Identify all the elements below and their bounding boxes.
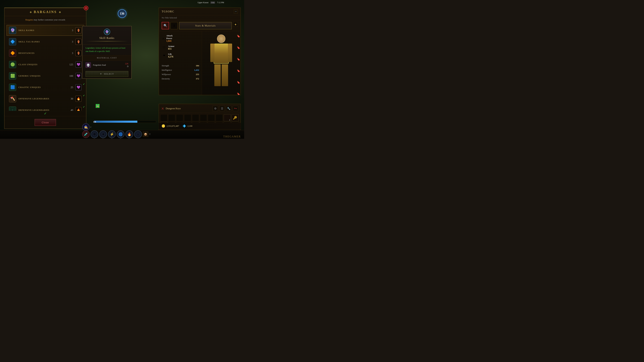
skill-tag-icon: 🔷 xyxy=(9,38,16,45)
material-icon: 💀 xyxy=(86,62,91,68)
life-label: Life xyxy=(168,53,174,55)
left-potion[interactable]: 🧪 xyxy=(82,131,90,138)
class-uniques-name: CLASS UNIQUES xyxy=(18,63,68,66)
stats-section: ⚔ Attack Power 1,841 🛡 Armor 855 xyxy=(159,31,164,61)
skill-3-key: E xyxy=(111,138,112,139)
inv-cell-1-5[interactable] xyxy=(192,114,199,121)
char-stats-left: ⚔ Attack Power 1,841 🛡 Armor 855 xyxy=(159,31,202,95)
material-cost-header: MATERIAL COST xyxy=(82,55,131,61)
bargains-header: ◆ BARGAINS ◆ ✕ xyxy=(4,8,86,16)
skill-tag-reward: 🏺 xyxy=(76,39,82,45)
chaotic-uniques-count: 25 xyxy=(68,86,73,89)
inv-cell-1-10[interactable]: 🔑 xyxy=(232,114,239,121)
inv-cell-1-6[interactable] xyxy=(200,114,207,121)
character-silhouette xyxy=(210,34,232,91)
location-tag: TAB xyxy=(210,1,215,4)
skill-4-icon: 🌀 xyxy=(118,132,123,136)
life-info: ❤ Life 4,276 xyxy=(162,53,174,58)
skill-6[interactable]: ⚔ xyxy=(134,130,142,138)
bargain-item-chaotic-uniques[interactable]: 🟦 CHAOTIC UNIQUES 25 💜 ✓ xyxy=(6,82,84,93)
inv-cell-1-7[interactable] xyxy=(208,114,215,121)
armor-info: 🛡 Armor 855 xyxy=(162,45,174,50)
skill-4-key: R xyxy=(120,138,121,139)
skill-3[interactable]: ⚡ E xyxy=(108,130,116,138)
char-title: No Title Selected xyxy=(159,15,240,20)
resistances-reward: 🏺 xyxy=(76,50,82,56)
bookmark-2: 🔖 xyxy=(237,46,240,49)
resistances-name: RESISTANCES xyxy=(18,52,68,54)
panel-close-button[interactable]: ✕ xyxy=(84,6,88,10)
inv-sort-btn[interactable]: ⚙ xyxy=(213,106,218,111)
bargain-item-resistances[interactable]: 🔶 RESISTANCES 3 🏺 ✓ xyxy=(6,48,84,58)
skill-tooltip-title: Skill Ranks xyxy=(86,36,128,40)
inv-cell-1-1[interactable] xyxy=(160,114,167,121)
offensive-leg-icon: 🪓 xyxy=(9,95,16,102)
resistances-count: 3 xyxy=(68,52,73,55)
dungeon-keys-icon: ⚔ xyxy=(161,107,164,110)
currency-bar: 🪙 2,553,072,487 💠 2,100 xyxy=(159,123,241,129)
header-diamond-right: ◆ xyxy=(59,10,61,13)
inv-gear-btn[interactable]: 🔧 xyxy=(226,106,232,111)
material-current: 226 xyxy=(125,62,128,65)
bookmark-3: 🔖 xyxy=(237,58,240,61)
gold-icon: 🪙 xyxy=(162,124,165,128)
strength-value: 184 xyxy=(196,64,199,67)
stats-materials-button[interactable]: Stats & Materials xyxy=(179,22,232,29)
close-button[interactable]: Close xyxy=(34,119,56,126)
skills-container: 🧪 ❄ Q ✦ W ⚡ E 🌀 3 R 🔥 M4 ⚔ xyxy=(82,130,150,138)
class-uniques-reward: 💜 xyxy=(76,61,82,67)
inv-cell-1-4[interactable] xyxy=(184,114,191,121)
skill-5-icon: 🔥 xyxy=(127,132,132,136)
offensive-leg-name: OFFENSIVE LEGENDARIES xyxy=(18,97,68,100)
skill-4[interactable]: 🌀 3 R xyxy=(117,130,124,138)
skill-5[interactable]: 🔥 M4 xyxy=(126,130,133,138)
bargain-item-defensive-legendaries[interactable]: 🛡 DEFENSIVE LEGENDARIES 40 🔥 ✓ xyxy=(6,105,84,111)
char-minimize-btn[interactable]: ─ xyxy=(234,9,238,13)
char-search-btn[interactable]: 🔍 xyxy=(162,22,169,29)
bargain-item-skill-ranks[interactable]: 🔮 SKILL RANKS 3 🏺 ✓ xyxy=(6,25,84,36)
header-diamond-left: ◆ xyxy=(30,10,32,13)
top-hud: Upper Kurast TAB 7:12 PM xyxy=(198,1,224,4)
inv-cell-1-3[interactable] xyxy=(176,114,183,121)
inv-filter-btn[interactable]: ☰ xyxy=(219,106,225,111)
bargain-item-skill-tag-ranks[interactable]: 🔷 SKILL TAG RANKS 3 🏺 ✓ xyxy=(6,36,84,47)
bargain-item-offensive-legendaries[interactable]: 🪓 OFFENSIVE LEGENDARIES 30 🔥 ✓ xyxy=(6,93,84,104)
bottom-hud: 🧪 ❄ Q ✦ W ⚡ E 🌀 3 R 🔥 M4 ⚔ xyxy=(0,130,244,139)
dexterity-row: Dexterity 372 xyxy=(162,77,199,81)
inv-cell-1-2[interactable] xyxy=(168,114,175,121)
right-item-slot[interactable]: 📦 xyxy=(143,132,148,137)
intelligence-label: Intelligence xyxy=(162,69,172,71)
inv-cell-1-8[interactable] xyxy=(216,114,223,121)
bargains-footer: Close xyxy=(4,116,86,129)
skill-2-key: W xyxy=(102,138,104,139)
bargain-item-class-uniques[interactable]: 🟢 CLASS UNIQUES 125 💜 ✓ xyxy=(6,59,84,70)
select-icon: ⚜ xyxy=(100,73,102,75)
char-portrait: 🔖 🔖 🔖 🔖 🔖 🔖 xyxy=(202,31,240,95)
inv-cell-1-9[interactable]: 2 xyxy=(224,114,231,121)
skill-1[interactable]: ❄ Q xyxy=(90,130,98,138)
char-info-btn[interactable]: ℹ xyxy=(170,22,178,29)
thegamer-watermark: THEGAMER xyxy=(223,135,241,138)
gold-currency: 🪙 2,553,072,487 xyxy=(162,124,179,128)
life-icon: ❤ xyxy=(162,53,166,58)
strength-label: Strength xyxy=(162,64,169,67)
gold-amount: 2,553,072,487 xyxy=(166,125,179,127)
skill-6-icon: ⚔ xyxy=(136,132,140,136)
material-row: 💀 Forgotten Soul 226 /3 xyxy=(82,61,131,69)
skill-4-count: 3 xyxy=(122,136,124,137)
skill-2[interactable]: ✦ W xyxy=(99,130,107,138)
skill-tag-name: SKILL TAG RANKS xyxy=(18,40,68,43)
willpower-label: Willpower xyxy=(162,73,171,76)
select-button[interactable]: ⚜ Select xyxy=(86,71,128,77)
inv-key-btn[interactable]: 🗝 xyxy=(233,106,238,111)
class-uniques-icon: 🟢 xyxy=(9,61,16,68)
willpower-row: Willpower 255 xyxy=(162,72,199,77)
chaotic-uniques-name: CHAOTIC UNIQUES xyxy=(18,86,68,89)
bottom-checkmark: ✓ xyxy=(4,111,86,116)
bargain-item-generic-uniques[interactable]: 🟩 GENERIC UNIQUES 100 💜 ✓ xyxy=(6,70,84,81)
bookmark-4: 🔖 xyxy=(237,69,240,72)
char-content: ⚔ Attack Power 1,841 🛡 Armor 855 xyxy=(159,31,240,95)
chaotic-uniques-check: ✓ xyxy=(83,83,85,86)
bargains-title: BARGAINS xyxy=(34,10,57,14)
inventory-header: ⚔ Dungeon Keys ⚙ ☰ 🔧 🗝 xyxy=(159,104,240,113)
